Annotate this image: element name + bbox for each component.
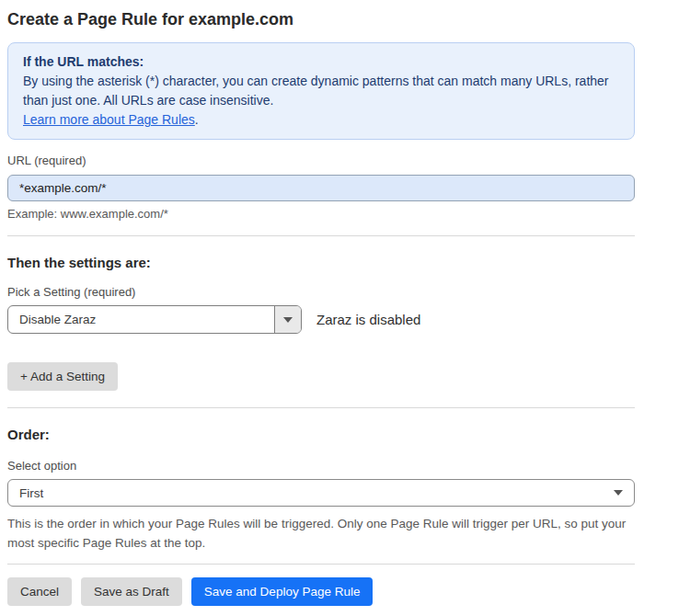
- url-match-info-box: If the URL matches: By using the asteris…: [7, 42, 635, 140]
- page-title: Create a Page Rule for example.com: [7, 9, 635, 29]
- setting-row: Disable Zaraz Zaraz is disabled: [7, 305, 635, 334]
- order-select-value: First: [19, 486, 43, 500]
- save-and-deploy-button[interactable]: Save and Deploy Page Rule: [191, 577, 374, 606]
- info-box-body: By using the asterisk (*) character, you…: [23, 72, 619, 110]
- page-rule-form: Create a Page Rule for example.com If th…: [7, 0, 635, 606]
- divider: [7, 235, 635, 236]
- pick-setting-label: Pick a Setting (required): [7, 285, 635, 299]
- order-select-label: Select option: [7, 459, 635, 473]
- chevron-down-icon: [614, 490, 623, 496]
- form-actions: Cancel Save as Draft Save and Deploy Pag…: [7, 577, 635, 606]
- link-suffix: .: [195, 112, 199, 127]
- info-box-heading: If the URL matches:: [23, 52, 619, 72]
- setting-select[interactable]: Disable Zaraz: [7, 305, 302, 334]
- add-setting-button[interactable]: + Add a Setting: [7, 362, 118, 391]
- divider: [7, 407, 635, 408]
- url-field-label: URL (required): [7, 154, 635, 167]
- learn-more-page-rules-link[interactable]: Learn more about Page Rules: [23, 112, 195, 127]
- cancel-button[interactable]: Cancel: [7, 577, 72, 606]
- order-select[interactable]: First: [7, 479, 635, 507]
- settings-section-heading: Then the settings are:: [7, 255, 635, 271]
- divider: [7, 564, 635, 565]
- url-input[interactable]: [7, 175, 635, 201]
- order-help-text: This is the order in which your Page Rul…: [7, 514, 635, 553]
- setting-select-value: Disable Zaraz: [8, 306, 274, 333]
- setting-status-text: Zaraz is disabled: [316, 312, 420, 327]
- url-example-text: Example: www.example.com/*: [7, 207, 635, 221]
- setting-select-arrow-button[interactable]: [274, 306, 301, 333]
- info-box-link-line: Learn more about Page Rules.: [23, 110, 619, 130]
- chevron-down-icon: [283, 317, 293, 323]
- save-as-draft-button[interactable]: Save as Draft: [81, 577, 182, 606]
- order-section-heading: Order:: [7, 427, 635, 443]
